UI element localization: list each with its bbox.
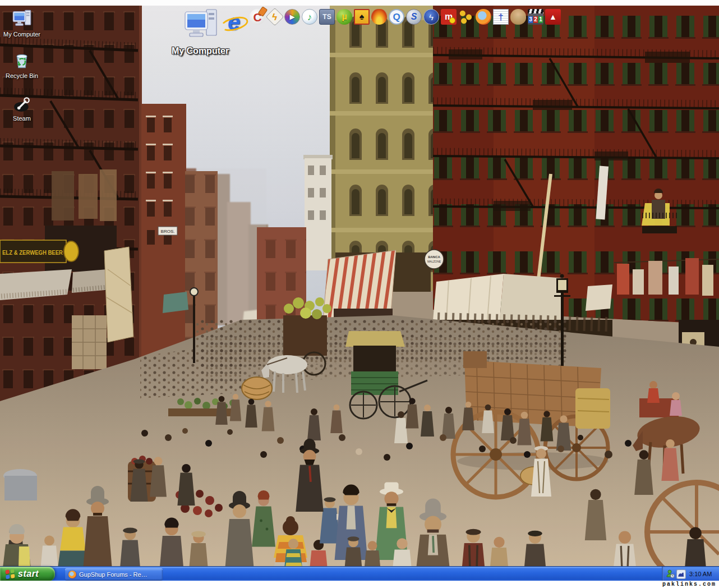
windows-flag-icon <box>6 569 16 579</box>
shortcut-my-computer[interactable] <box>183 7 220 45</box>
firefox-icon[interactable] <box>476 9 491 25</box>
teamspeak-icon[interactable]: TS <box>319 9 335 25</box>
watermark-text: paklinks.com <box>662 581 719 587</box>
itunes-icon[interactable]: ♪ <box>302 9 317 25</box>
steam-icon <box>12 94 31 114</box>
utorrent-icon[interactable]: µ <box>337 9 352 25</box>
desktop-screen: ELZ & ZERWEGH BEER BROS. <box>0 0 719 588</box>
desktop-icon-label: Steam <box>2 115 42 122</box>
media-player-classic-icon[interactable]: 321 <box>528 9 543 25</box>
windows-media-player-icon[interactable]: ▶ <box>284 9 300 25</box>
gold-dots-app-icon[interactable] <box>458 9 474 25</box>
my-computer-icon <box>12 9 32 30</box>
wallpaper-photo: ELZ & ZERWEGH BEER BROS. <box>0 6 719 566</box>
taskbar: start GupShup Forums - Re… 3:10 AM <box>0 566 719 581</box>
desktop-icon-label: My Computer <box>2 31 42 38</box>
blue-app-tray-icon[interactable] <box>676 569 686 579</box>
recycle-bin-icon <box>12 50 31 72</box>
clock[interactable]: 3:10 AM <box>689 571 712 577</box>
desktop-icon-recycle-bin[interactable]: Recycle Bin <box>2 50 42 80</box>
system-tray: 3:10 AM <box>662 567 719 581</box>
ccleaner-icon[interactable]: C <box>250 9 265 25</box>
firefox-task-icon <box>68 571 76 578</box>
start-button[interactable]: start <box>0 567 55 581</box>
internet-explorer-icon[interactable]: e <box>220 9 248 35</box>
pokerstars-icon[interactable]: ♠ <box>354 9 370 25</box>
sepia-wash <box>0 6 719 566</box>
mirc-icon[interactable]: m <box>441 9 457 25</box>
shortcut-my-computer-label: My Computer <box>158 46 242 56</box>
winamp-icon[interactable]: ϟ <box>266 8 284 26</box>
shortcut-icon-row: e C ϟ ▶ ♪ TS µ ♠ Q S ϟ m † 321 ▲ <box>220 9 561 35</box>
desktop-icon-my-computer[interactable]: My Computer <box>2 9 42 38</box>
flame-app-icon[interactable] <box>371 9 387 25</box>
bottom-border-strip: paklinks.com <box>0 581 719 588</box>
lightning-app-icon[interactable]: ϟ <box>423 9 439 25</box>
top-border-strip <box>0 0 719 6</box>
notes-app-icon[interactable]: † <box>493 9 509 25</box>
taskbar-task-gupshup[interactable]: GupShup Forums - Re… <box>65 568 163 580</box>
my-computer-large-icon <box>183 7 219 42</box>
desktop-icon-steam[interactable]: Steam <box>2 94 42 122</box>
quicktime-icon[interactable]: Q <box>389 9 404 25</box>
desktop-icon-label: Recycle Bin <box>2 72 42 80</box>
start-button-label: start <box>18 569 39 579</box>
adobe-reader-icon[interactable]: ▲ <box>545 9 561 25</box>
task-button-label: GupShup Forums - Re… <box>79 571 148 578</box>
rabbit-app-icon[interactable] <box>510 9 526 25</box>
silver-media-player-icon[interactable]: S <box>406 9 422 25</box>
messenger-tray-icon[interactable] <box>666 569 675 578</box>
